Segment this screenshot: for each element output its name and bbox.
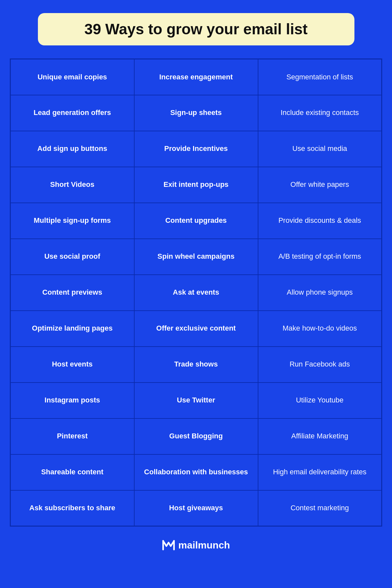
cell-label: Offer white papers xyxy=(290,180,349,189)
title-box: 39 Ways to grow your email list xyxy=(38,13,354,45)
cell-label: Spin wheel campaigns xyxy=(157,252,235,261)
table-cell: Ask subscribers to share xyxy=(10,490,134,526)
table-cell: Run Facebook ads xyxy=(258,347,382,383)
table-row: Instagram postsUse TwitterUtilize Youtub… xyxy=(10,383,382,418)
table-cell: Unique email copies xyxy=(10,59,134,95)
footer: mailmunch xyxy=(162,540,230,551)
cell-label: Allow phone signups xyxy=(287,288,353,297)
table-cell: Exit intent pop-ups xyxy=(134,167,258,203)
cell-label: Optimize landing pages xyxy=(32,324,113,333)
cell-label: Provide discounts & deals xyxy=(278,216,361,225)
table-cell: Spin wheel campaigns xyxy=(134,239,258,275)
table-cell: Use social media xyxy=(258,131,382,167)
cell-label: Guest Blogging xyxy=(169,432,223,441)
table-cell: Sign-up sheets xyxy=(134,95,258,131)
cell-label: Make how-to-do videos xyxy=(283,324,357,333)
table-cell: Content upgrades xyxy=(134,203,258,239)
cell-label: Use social media xyxy=(292,144,347,154)
cell-label: Offer exclusive content xyxy=(156,324,236,333)
cell-label: Sign-up sheets xyxy=(170,108,222,118)
cell-label: Use social proof xyxy=(44,252,100,261)
table-cell: Segmentation of lists xyxy=(258,59,382,95)
cell-label: A/B testing of opt-in forms xyxy=(278,252,361,261)
table-row: Unique email copiesIncrease engagementSe… xyxy=(10,59,382,95)
table-row: Content previewsAsk at eventsAllow phone… xyxy=(10,275,382,311)
table-cell: Optimize landing pages xyxy=(10,311,134,347)
cell-label: Collaboration with businesses xyxy=(144,467,248,477)
cell-label: Provide Incentives xyxy=(164,144,228,154)
table-cell: Offer exclusive content xyxy=(134,311,258,347)
cell-label: Short Videos xyxy=(50,180,94,189)
table-cell: Affiliate Marketing xyxy=(258,418,382,454)
brand-logo: mailmunch xyxy=(162,540,230,551)
table-cell: Shareable content xyxy=(10,454,134,490)
cell-label: Host giveaways xyxy=(169,503,223,513)
table-cell: Use social proof xyxy=(10,239,134,275)
table-cell: Trade shows xyxy=(134,347,258,383)
table-row: Shareable contentCollaboration with busi… xyxy=(10,454,382,490)
table-cell: Host giveaways xyxy=(134,490,258,526)
cell-label: Segmentation of lists xyxy=(286,73,353,82)
table-cell: Content previews xyxy=(10,275,134,311)
cell-label: Shareable content xyxy=(41,467,104,477)
brand-name: mailmunch xyxy=(178,540,230,551)
cell-label: Use Twitter xyxy=(177,396,215,405)
cell-label: Exit intent pop-ups xyxy=(163,180,228,189)
cell-label: Include existing contacts xyxy=(281,108,359,118)
table-row: Ask subscribers to shareHost giveawaysCo… xyxy=(10,490,382,526)
cell-label: Affiliate Marketing xyxy=(291,432,348,441)
table-cell: Utilize Youtube xyxy=(258,383,382,418)
table-row: Multiple sign-up formsContent upgradesPr… xyxy=(10,203,382,239)
mailmunch-logo-icon xyxy=(162,540,175,550)
table-cell: Provide Incentives xyxy=(134,131,258,167)
table-row: Optimize landing pagesOffer exclusive co… xyxy=(10,311,382,347)
table-cell: Increase engagement xyxy=(134,59,258,95)
table-cell: Add sign up buttons xyxy=(10,131,134,167)
cell-label: Content upgrades xyxy=(165,216,227,225)
cell-label: Instagram posts xyxy=(44,396,100,405)
table-cell: Include existing contacts xyxy=(258,95,382,131)
page-title: 39 Ways to grow your email list xyxy=(54,20,338,38)
table-cell: Host events xyxy=(10,347,134,383)
cell-label: Increase engagement xyxy=(159,73,233,82)
table-cell: Lead generation offers xyxy=(10,95,134,131)
table-cell: Multiple sign-up forms xyxy=(10,203,134,239)
cell-label: Host events xyxy=(52,360,93,369)
table-cell: Contest marketing xyxy=(258,490,382,526)
table-cell: Guest Blogging xyxy=(134,418,258,454)
cell-label: High email deliverability rates xyxy=(273,467,367,477)
cell-label: Contest marketing xyxy=(290,503,349,513)
table-row: PinterestGuest BloggingAffiliate Marketi… xyxy=(10,418,382,454)
table-cell: Make how-to-do videos xyxy=(258,311,382,347)
table-cell: Offer white papers xyxy=(258,167,382,203)
table-row: Short VideosExit intent pop-upsOffer whi… xyxy=(10,167,382,203)
cell-label: Pinterest xyxy=(57,432,88,441)
cell-label: Ask at events xyxy=(173,288,219,297)
cell-label: Utilize Youtube xyxy=(296,396,344,405)
table-cell: Ask at events xyxy=(134,275,258,311)
table-cell: Allow phone signups xyxy=(258,275,382,311)
table-cell: Instagram posts xyxy=(10,383,134,418)
cell-label: Unique email copies xyxy=(38,73,107,82)
cell-label: Multiple sign-up forms xyxy=(34,216,111,225)
cell-label: Trade shows xyxy=(174,360,218,369)
table-cell: Collaboration with businesses xyxy=(134,454,258,490)
cell-label: Lead generation offers xyxy=(34,108,111,118)
table-row: Add sign up buttonsProvide IncentivesUse… xyxy=(10,131,382,167)
table-cell: High email deliverability rates xyxy=(258,454,382,490)
cell-label: Add sign up buttons xyxy=(37,144,107,154)
table-cell: A/B testing of opt-in forms xyxy=(258,239,382,275)
table-cell: Provide discounts & deals xyxy=(258,203,382,239)
ways-table: Unique email copiesIncrease engagementSe… xyxy=(10,58,382,527)
table-row: Lead generation offersSign-up sheetsIncl… xyxy=(10,95,382,131)
cell-label: Content previews xyxy=(42,288,102,297)
cell-label: Ask subscribers to share xyxy=(29,503,115,513)
table-cell: Pinterest xyxy=(10,418,134,454)
table-row: Host eventsTrade showsRun Facebook ads xyxy=(10,347,382,383)
table-row: Use social proofSpin wheel campaignsA/B … xyxy=(10,239,382,275)
cell-label: Run Facebook ads xyxy=(289,360,350,369)
table-cell: Short Videos xyxy=(10,167,134,203)
table-cell: Use Twitter xyxy=(134,383,258,418)
